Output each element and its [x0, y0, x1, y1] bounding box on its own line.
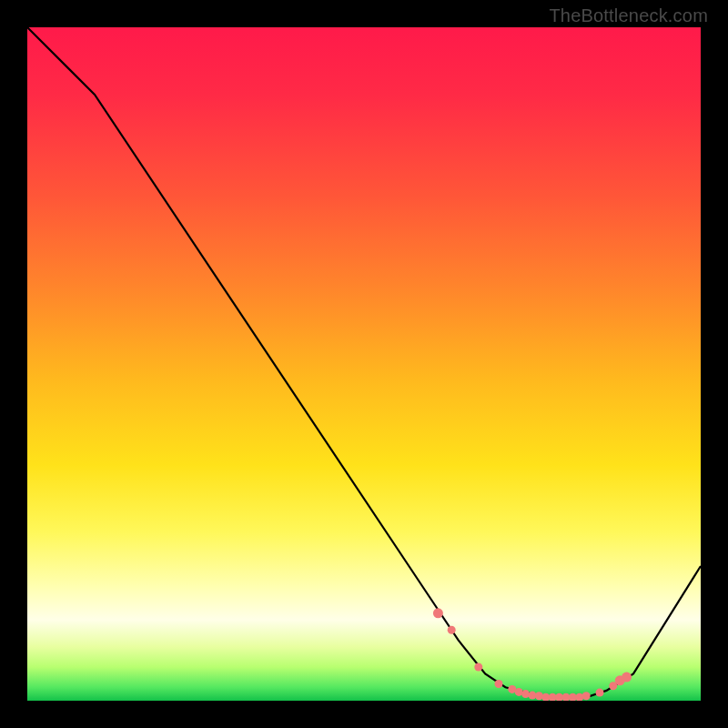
- marker-point: [474, 663, 482, 672]
- marker-point: [448, 626, 456, 634]
- plot-area: [27, 27, 701, 701]
- highlight-markers: [433, 608, 632, 701]
- marker-point: [596, 689, 604, 697]
- marker-point: [622, 672, 632, 682]
- marker-point: [521, 690, 530, 698]
- marker-point: [535, 692, 543, 700]
- marker-point: [495, 680, 503, 688]
- main-curve-line: [27, 27, 701, 697]
- watermark-text: TheBottleneck.com: [549, 5, 708, 26]
- chart-svg: [27, 27, 701, 701]
- marker-point: [582, 692, 591, 700]
- marker-point: [433, 608, 443, 618]
